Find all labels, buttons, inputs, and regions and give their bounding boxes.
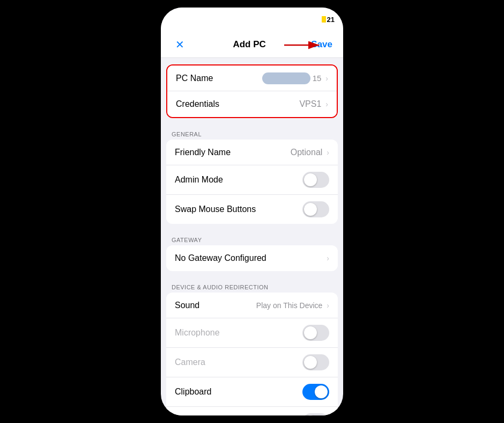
pc-name-chevron-icon: › xyxy=(325,74,328,83)
storage-knob xyxy=(304,415,317,415)
friendly-name-chevron-icon: › xyxy=(327,148,329,157)
camera-row[interactable]: Camera xyxy=(166,348,338,377)
sound-value: Play on This Device xyxy=(256,301,322,310)
pc-credentials-section: PC Name 15 › Credentials VPS1 › xyxy=(166,64,338,118)
camera-toggle[interactable] xyxy=(302,354,329,370)
device-audio-card: Sound Play on This Device › Microphone C… xyxy=(166,293,338,415)
gateway-chevron-icon: › xyxy=(327,254,329,262)
device-audio-label: DEVICE & AUDIO REDIRECTION xyxy=(161,280,343,293)
camera-knob xyxy=(304,356,317,369)
general-section: GENERAL Friendly Name Optional › Admin M… xyxy=(161,127,343,224)
clipboard-knob xyxy=(315,385,328,398)
swap-mouse-label: Swap Mouse Buttons xyxy=(175,205,256,214)
general-card: Friendly Name Optional › Admin Mode Swap… xyxy=(166,140,338,224)
pc-name-value-container: 15 › xyxy=(262,72,328,84)
credentials-value-container: VPS1 › xyxy=(299,99,328,109)
pc-name-suffix: 15 xyxy=(313,74,322,83)
microphone-label: Microphone xyxy=(175,328,220,338)
no-gateway-label: No Gateway Configured xyxy=(175,253,266,263)
phone-frame: 21 ✕ Add PC Save PC Name 15 › xyxy=(161,8,343,415)
camera-label: Camera xyxy=(175,358,205,367)
time-display: 21 xyxy=(327,16,335,24)
admin-mode-label: Admin Mode xyxy=(175,175,223,185)
clipboard-row[interactable]: Clipboard xyxy=(166,377,338,407)
close-button[interactable]: ✕ xyxy=(172,37,188,53)
microphone-knob xyxy=(304,326,317,339)
friendly-name-label: Friendly Name xyxy=(175,148,231,157)
pc-name-blurred xyxy=(262,72,310,84)
gateway-card: No Gateway Configured › xyxy=(166,245,338,271)
friendly-name-value: Optional xyxy=(291,148,323,157)
credentials-value: VPS1 xyxy=(299,99,321,109)
clipboard-label: Clipboard xyxy=(175,387,211,397)
friendly-name-value-container: Optional › xyxy=(291,148,329,157)
sound-row[interactable]: Sound Play on This Device › xyxy=(166,293,338,318)
gateway-section: GATEWAY No Gateway Configured › xyxy=(161,232,343,271)
microphone-toggle[interactable] xyxy=(302,325,329,341)
page-title: Add PC xyxy=(233,39,265,50)
pc-name-label: PC Name xyxy=(176,74,213,83)
no-gateway-row[interactable]: No Gateway Configured › xyxy=(166,245,338,271)
admin-mode-toggle[interactable] xyxy=(302,172,329,188)
microphone-row[interactable]: Microphone xyxy=(166,318,338,348)
save-button[interactable]: Save xyxy=(311,39,332,50)
swap-mouse-knob xyxy=(304,203,317,216)
credentials-chevron-icon: › xyxy=(325,100,328,108)
swap-mouse-toggle[interactable] xyxy=(302,201,329,217)
general-label: GENERAL xyxy=(161,127,343,140)
sound-label: Sound xyxy=(175,301,199,310)
credentials-label: Credentials xyxy=(176,99,219,109)
sound-chevron-icon: › xyxy=(327,301,329,310)
storage-toggle[interactable] xyxy=(302,413,329,415)
battery-icon xyxy=(322,16,326,23)
pc-name-row[interactable]: PC Name 15 › xyxy=(167,65,337,91)
device-audio-section: DEVICE & AUDIO REDIRECTION Sound Play on… xyxy=(161,280,343,415)
nav-bar: ✕ Add PC Save xyxy=(161,31,343,58)
admin-mode-knob xyxy=(304,173,317,186)
clipboard-toggle[interactable] xyxy=(302,384,329,400)
gateway-label: GATEWAY xyxy=(161,232,343,245)
friendly-name-row[interactable]: Friendly Name Optional › xyxy=(166,140,338,165)
credentials-row[interactable]: Credentials VPS1 › xyxy=(167,91,337,117)
status-bar: 21 xyxy=(161,8,343,31)
sound-value-container: Play on This Device › xyxy=(256,301,329,310)
swap-mouse-row[interactable]: Swap Mouse Buttons xyxy=(166,195,338,224)
admin-mode-row[interactable]: Admin Mode xyxy=(166,165,338,195)
scroll-content: PC Name 15 › Credentials VPS1 › GENERAL xyxy=(161,58,343,415)
storage-row[interactable]: Storage xyxy=(166,407,338,415)
